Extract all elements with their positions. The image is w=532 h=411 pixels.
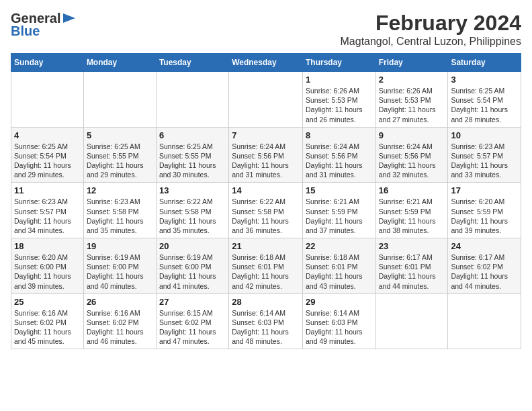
calendar-cell: 19Sunrise: 6:19 AM Sunset: 6:00 PM Dayli…	[83, 238, 156, 294]
calendar-cell: 7Sunrise: 6:24 AM Sunset: 5:56 PM Daylig…	[229, 127, 303, 183]
calendar-cell: 14Sunrise: 6:22 AM Sunset: 5:58 PM Dayli…	[229, 183, 303, 238]
day-info: Sunrise: 6:20 AM Sunset: 6:00 PM Dayligh…	[14, 253, 81, 291]
day-info: Sunrise: 6:25 AM Sunset: 5:54 PM Dayligh…	[14, 142, 81, 180]
calendar-cell: 8Sunrise: 6:24 AM Sunset: 5:56 PM Daylig…	[302, 127, 375, 183]
day-number: 2	[379, 75, 445, 85]
calendar-cell: 1Sunrise: 6:26 AM Sunset: 5:53 PM Daylig…	[302, 72, 375, 128]
calendar-cell: 12Sunrise: 6:23 AM Sunset: 5:58 PM Dayli…	[83, 183, 156, 238]
day-number: 7	[232, 130, 300, 140]
day-info: Sunrise: 6:26 AM Sunset: 5:53 PM Dayligh…	[379, 86, 445, 124]
day-number: 24	[451, 241, 518, 251]
weekday-header: Sunday	[11, 54, 84, 72]
weekday-header: Saturday	[448, 54, 521, 72]
day-number: 18	[14, 241, 81, 251]
weekday-header: Tuesday	[156, 54, 228, 72]
day-info: Sunrise: 6:21 AM Sunset: 5:59 PM Dayligh…	[379, 197, 445, 235]
day-number: 16	[379, 185, 445, 195]
weekday-header: Wednesday	[229, 54, 303, 72]
day-info: Sunrise: 6:19 AM Sunset: 6:00 PM Dayligh…	[87, 253, 153, 291]
day-info: Sunrise: 6:24 AM Sunset: 5:56 PM Dayligh…	[232, 142, 300, 180]
day-number: 20	[159, 241, 226, 251]
logo-flag-icon	[62, 12, 77, 24]
day-number: 25	[14, 297, 81, 307]
calendar-cell: 27Sunrise: 6:15 AM Sunset: 6:02 PM Dayli…	[156, 293, 228, 349]
calendar-cell: 18Sunrise: 6:20 AM Sunset: 6:00 PM Dayli…	[11, 238, 84, 294]
day-info: Sunrise: 6:16 AM Sunset: 6:02 PM Dayligh…	[14, 308, 81, 347]
calendar-cell: 6Sunrise: 6:25 AM Sunset: 5:55 PM Daylig…	[156, 127, 228, 183]
day-info: Sunrise: 6:24 AM Sunset: 5:56 PM Dayligh…	[379, 142, 445, 180]
weekday-header: Thursday	[302, 54, 375, 72]
calendar-cell: 4Sunrise: 6:25 AM Sunset: 5:54 PM Daylig…	[11, 127, 84, 183]
day-info: Sunrise: 6:26 AM Sunset: 5:53 PM Dayligh…	[306, 86, 373, 124]
day-info: Sunrise: 6:16 AM Sunset: 6:02 PM Dayligh…	[87, 308, 153, 347]
calendar-cell: 3Sunrise: 6:25 AM Sunset: 5:54 PM Daylig…	[448, 72, 521, 128]
calendar-cell	[448, 293, 521, 349]
calendar-week-row: 11Sunrise: 6:23 AM Sunset: 5:57 PM Dayli…	[11, 183, 521, 238]
logo: General Blue	[11, 11, 77, 39]
calendar-cell: 21Sunrise: 6:18 AM Sunset: 6:01 PM Dayli…	[229, 238, 303, 294]
calendar-week-row: 25Sunrise: 6:16 AM Sunset: 6:02 PM Dayli…	[11, 293, 521, 349]
day-info: Sunrise: 6:25 AM Sunset: 5:55 PM Dayligh…	[159, 142, 226, 180]
day-number: 28	[232, 297, 300, 307]
calendar-cell: 29Sunrise: 6:14 AM Sunset: 6:03 PM Dayli…	[302, 293, 375, 349]
calendar-cell	[83, 72, 156, 128]
day-number: 17	[451, 185, 518, 195]
calendar-cell: 25Sunrise: 6:16 AM Sunset: 6:02 PM Dayli…	[11, 293, 84, 349]
calendar-cell: 23Sunrise: 6:17 AM Sunset: 6:01 PM Dayli…	[375, 238, 448, 294]
calendar-cell: 28Sunrise: 6:14 AM Sunset: 6:03 PM Dayli…	[229, 293, 303, 349]
calendar-table: SundayMondayTuesdayWednesdayThursdayFrid…	[11, 53, 521, 349]
calendar-cell: 24Sunrise: 6:17 AM Sunset: 6:02 PM Dayli…	[448, 238, 521, 294]
day-info: Sunrise: 6:24 AM Sunset: 5:56 PM Dayligh…	[306, 142, 373, 180]
calendar-cell: 9Sunrise: 6:24 AM Sunset: 5:56 PM Daylig…	[375, 127, 448, 183]
day-info: Sunrise: 6:25 AM Sunset: 5:55 PM Dayligh…	[87, 142, 153, 180]
day-info: Sunrise: 6:14 AM Sunset: 6:03 PM Dayligh…	[232, 308, 300, 347]
day-info: Sunrise: 6:17 AM Sunset: 6:01 PM Dayligh…	[379, 253, 445, 291]
day-number: 19	[87, 241, 153, 251]
calendar-cell: 2Sunrise: 6:26 AM Sunset: 5:53 PM Daylig…	[375, 72, 448, 128]
day-info: Sunrise: 6:18 AM Sunset: 6:01 PM Dayligh…	[306, 253, 373, 291]
calendar-cell: 5Sunrise: 6:25 AM Sunset: 5:55 PM Daylig…	[83, 127, 156, 183]
day-number: 21	[232, 241, 300, 251]
calendar-body: 1Sunrise: 6:26 AM Sunset: 5:53 PM Daylig…	[11, 72, 521, 349]
day-number: 27	[159, 297, 226, 307]
calendar-week-row: 4Sunrise: 6:25 AM Sunset: 5:54 PM Daylig…	[11, 127, 521, 183]
day-info: Sunrise: 6:22 AM Sunset: 5:58 PM Dayligh…	[232, 197, 300, 235]
day-info: Sunrise: 6:19 AM Sunset: 6:00 PM Dayligh…	[159, 253, 226, 291]
title-section: February 2024 Magtangol, Central Luzon, …	[341, 11, 522, 48]
calendar-cell: 10Sunrise: 6:23 AM Sunset: 5:57 PM Dayli…	[448, 127, 521, 183]
day-number: 6	[159, 130, 226, 140]
calendar-cell	[156, 72, 228, 128]
day-number: 5	[87, 130, 153, 140]
day-number: 1	[306, 75, 373, 85]
day-number: 3	[451, 75, 518, 85]
weekday-header: Monday	[83, 54, 156, 72]
day-number: 4	[14, 130, 81, 140]
day-number: 9	[379, 130, 445, 140]
day-number: 8	[306, 130, 373, 140]
day-info: Sunrise: 6:14 AM Sunset: 6:03 PM Dayligh…	[306, 308, 373, 347]
day-number: 11	[14, 185, 81, 195]
calendar-cell: 26Sunrise: 6:16 AM Sunset: 6:02 PM Dayli…	[83, 293, 156, 349]
calendar-cell	[11, 72, 84, 128]
calendar-cell	[229, 72, 303, 128]
calendar-cell: 20Sunrise: 6:19 AM Sunset: 6:00 PM Dayli…	[156, 238, 228, 294]
day-number: 12	[87, 185, 153, 195]
day-number: 15	[306, 185, 373, 195]
day-number: 29	[306, 297, 373, 307]
calendar-cell: 17Sunrise: 6:20 AM Sunset: 5:59 PM Dayli…	[448, 183, 521, 238]
day-info: Sunrise: 6:17 AM Sunset: 6:02 PM Dayligh…	[451, 253, 518, 291]
day-info: Sunrise: 6:23 AM Sunset: 5:57 PM Dayligh…	[14, 197, 81, 235]
month-year-title: February 2024	[341, 11, 522, 36]
calendar-cell: 16Sunrise: 6:21 AM Sunset: 5:59 PM Dayli…	[375, 183, 448, 238]
day-info: Sunrise: 6:25 AM Sunset: 5:54 PM Dayligh…	[451, 86, 518, 124]
day-info: Sunrise: 6:18 AM Sunset: 6:01 PM Dayligh…	[232, 253, 300, 291]
day-number: 23	[379, 241, 445, 251]
day-number: 13	[159, 185, 226, 195]
day-info: Sunrise: 6:20 AM Sunset: 5:59 PM Dayligh…	[451, 197, 518, 235]
page-header: General Blue February 2024 Magtangol, Ce…	[11, 11, 521, 48]
weekday-header: Friday	[375, 54, 448, 72]
day-number: 10	[451, 130, 518, 140]
calendar-cell: 15Sunrise: 6:21 AM Sunset: 5:59 PM Dayli…	[302, 183, 375, 238]
day-info: Sunrise: 6:23 AM Sunset: 5:57 PM Dayligh…	[451, 142, 518, 180]
day-info: Sunrise: 6:15 AM Sunset: 6:02 PM Dayligh…	[159, 308, 226, 347]
